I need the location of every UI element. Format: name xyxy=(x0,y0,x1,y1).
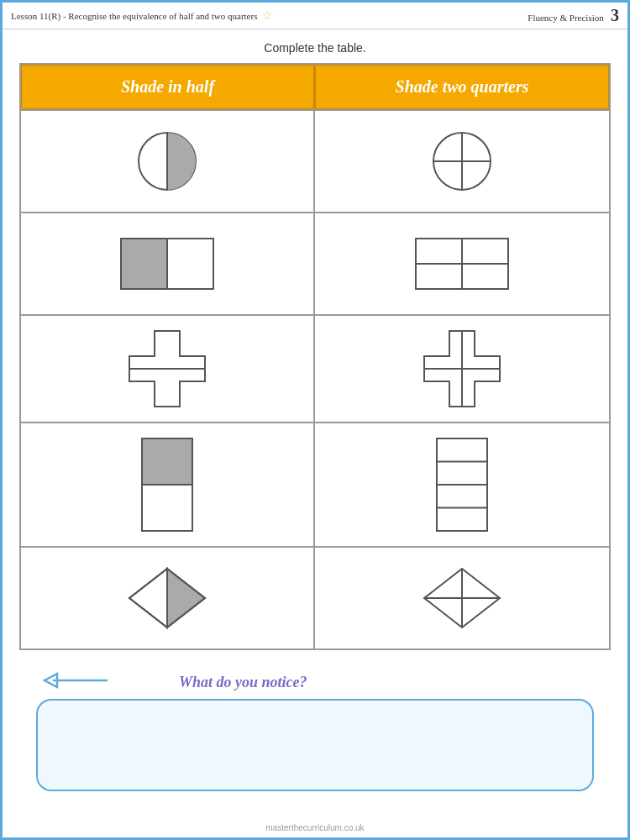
header: Lesson 11(R) - Recognise the equivalence… xyxy=(3,3,627,29)
star-icon: ☆ xyxy=(262,8,273,23)
speech-arrow xyxy=(36,664,112,697)
rect-half-shaded xyxy=(121,239,213,289)
arrow-bubble: What do you notice? xyxy=(36,657,594,791)
cell-3-2 xyxy=(315,316,609,422)
cell-5-2 xyxy=(315,548,609,648)
col-header-quarters: Shade two quarters xyxy=(315,65,609,109)
notice-section: What do you notice? xyxy=(19,650,611,791)
tall-rect-half-shaded xyxy=(142,438,192,531)
rect-quarters xyxy=(416,239,508,289)
svg-marker-21 xyxy=(129,569,167,627)
circle-half-shaded xyxy=(134,128,201,195)
tall-rect-quarters xyxy=(437,438,487,531)
table-row-3 xyxy=(21,314,609,422)
diamond-quarters xyxy=(420,564,504,632)
page-number: 3 xyxy=(611,6,619,24)
answer-box[interactable] xyxy=(36,699,594,791)
cross-half xyxy=(129,331,205,407)
svg-rect-5 xyxy=(121,239,167,289)
cell-5-1 xyxy=(21,548,315,648)
svg-rect-16 xyxy=(142,485,192,531)
circle-quarters xyxy=(428,128,496,195)
col-header-half: Shade in half xyxy=(21,65,315,109)
cell-2-2 xyxy=(315,213,609,314)
table-header: Shade in half Shade two quarters xyxy=(21,65,609,109)
footer: masterthecurriculum.co.uk xyxy=(3,823,627,832)
svg-marker-22 xyxy=(167,569,205,627)
cell-1-2 xyxy=(315,111,609,212)
table: Shade in half Shade two quarters xyxy=(19,63,611,650)
table-row-1 xyxy=(21,109,609,212)
page: Lesson 11(R) - Recognise the equivalence… xyxy=(0,0,630,840)
cell-1-1 xyxy=(21,111,315,212)
cell-3-1 xyxy=(21,316,315,422)
main-content: Shade in half Shade two quarters xyxy=(3,63,627,791)
table-row-4 xyxy=(21,422,609,546)
notice-question: What do you notice? xyxy=(179,674,307,691)
table-row-5 xyxy=(21,546,609,648)
lesson-title: Lesson 11(R) - Recognise the equivalence… xyxy=(11,11,257,21)
cell-4-2 xyxy=(315,423,609,546)
cell-4-1 xyxy=(21,423,315,546)
cross-quarters xyxy=(424,331,500,407)
table-row-2 xyxy=(21,212,609,314)
diamond-half-shaded xyxy=(125,564,209,632)
svg-rect-15 xyxy=(142,438,192,485)
cell-2-1 xyxy=(21,213,315,314)
fluency-label: Fluency & Precision xyxy=(528,13,603,23)
header-right: Fluency & Precision 3 xyxy=(528,6,619,25)
instruction-text: Complete the table. xyxy=(3,29,627,63)
svg-rect-6 xyxy=(167,239,213,289)
header-left: Lesson 11(R) - Recognise the equivalence… xyxy=(11,8,273,23)
